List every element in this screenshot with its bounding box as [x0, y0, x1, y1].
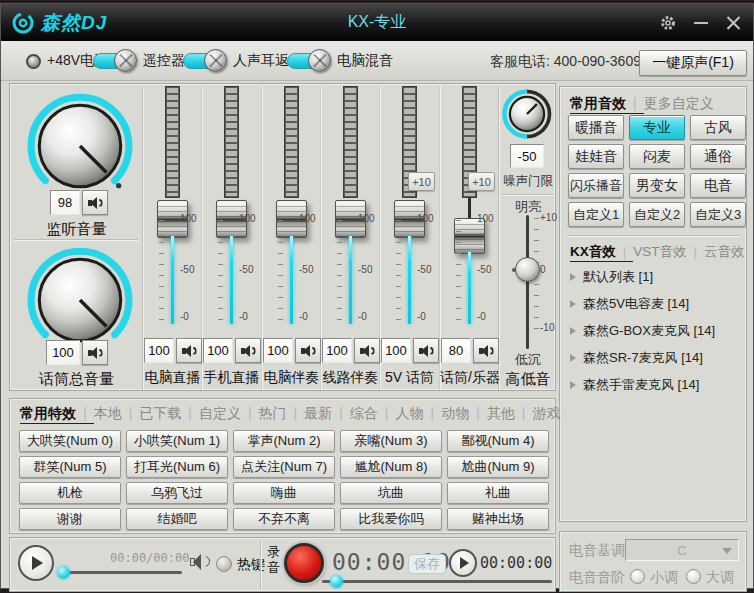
- channel-value[interactable]: 100: [144, 338, 174, 363]
- bypass-button[interactable]: 一键原声(F1): [639, 50, 747, 76]
- fader-track[interactable]: [290, 236, 293, 324]
- sfx-button[interactable]: 亲嘴(Num 3): [340, 430, 442, 452]
- fader-track[interactable]: [349, 236, 352, 324]
- effect-list-item[interactable]: 森然手雷麦克风 [14]: [570, 376, 699, 394]
- tab-people[interactable]: 人物: [395, 405, 441, 421]
- sfx-button[interactable]: 坑曲: [340, 482, 442, 504]
- preset-electronic[interactable]: 电音: [690, 173, 746, 198]
- sfx-button[interactable]: 尬曲(Num 9): [447, 456, 549, 478]
- sfx-button[interactable]: 谢谢: [19, 508, 121, 530]
- pc-mix-toggle[interactable]: 电脑混音: [287, 41, 393, 81]
- preset-custom-2[interactable]: 自定义2: [629, 202, 685, 227]
- tone-slider-knob[interactable]: [515, 257, 540, 282]
- sfx-button[interactable]: 掌声(Num 2): [233, 430, 335, 452]
- sfx-button[interactable]: 小哄笑(Num 1): [126, 430, 228, 452]
- preset-warm[interactable]: 暖播音: [568, 115, 624, 140]
- plus10-button[interactable]: +10: [468, 172, 495, 191]
- monitor-ear-toggle[interactable]: 人声耳返: [183, 41, 289, 81]
- remote-toggle[interactable]: 遥控器: [93, 41, 185, 81]
- record-play-button[interactable]: [449, 549, 477, 577]
- fader-track[interactable]: [230, 236, 233, 324]
- record-button[interactable]: [284, 543, 324, 583]
- volume-icon[interactable]: [190, 554, 210, 570]
- mic-master-volume-value[interactable]: 100: [46, 340, 80, 365]
- player-progress-bar[interactable]: [60, 571, 182, 574]
- tab-common-effects[interactable]: 常用特效: [20, 405, 94, 424]
- channel-value[interactable]: 100: [381, 338, 411, 363]
- effect-list-item[interactable]: 森然G-BOX麦克风 [14]: [570, 322, 715, 340]
- effect-list-item[interactable]: 森然5V电容麦 [14]: [570, 295, 689, 313]
- channel-value[interactable]: 100: [263, 338, 293, 363]
- monitor-volume-value[interactable]: 98: [50, 190, 80, 215]
- channel-mute-button[interactable]: [473, 338, 499, 363]
- sfx-button[interactable]: 结婚吧: [126, 508, 228, 530]
- sfx-button[interactable]: 鄙视(Num 4): [447, 430, 549, 452]
- channel-value[interactable]: 80: [441, 338, 471, 363]
- channel-mute-button[interactable]: [176, 338, 202, 363]
- preset-custom-3[interactable]: 自定义3: [690, 202, 746, 227]
- mic-master-volume-knob[interactable]: [24, 244, 136, 356]
- fader-track[interactable]: [171, 236, 174, 324]
- tab-common-voice-effects[interactable]: 常用音效: [570, 95, 644, 114]
- phantom-power-indicator[interactable]: [26, 54, 41, 69]
- sfx-button[interactable]: 点关注(Num 7): [233, 456, 335, 478]
- more-custom-link[interactable]: 更多自定义: [644, 95, 714, 111]
- save-button[interactable]: 保存: [408, 554, 446, 574]
- sfx-button[interactable]: 嗨曲: [233, 482, 335, 504]
- effect-list-item[interactable]: 森然SR-7麦克风 [14]: [570, 349, 703, 367]
- sfx-button[interactable]: 赌神出场: [447, 508, 549, 530]
- preset-custom-1[interactable]: 自定义1: [568, 202, 624, 227]
- tab-animal[interactable]: 动物: [441, 405, 487, 421]
- sfx-button[interactable]: 打耳光(Num 6): [126, 456, 228, 478]
- close-icon[interactable]: [726, 15, 741, 30]
- preset-muffled[interactable]: 闷麦: [629, 144, 685, 169]
- expand-arrow-icon[interactable]: [570, 381, 576, 389]
- preset-flash-broadcast[interactable]: 闪乐播音: [568, 173, 624, 198]
- record-progress-bar[interactable]: [322, 580, 552, 583]
- tab-local[interactable]: 本地: [94, 405, 140, 421]
- fader-track[interactable]: [468, 252, 471, 324]
- channel-mute-button[interactable]: [354, 338, 380, 363]
- noise-gate-knob[interactable]: [500, 87, 554, 141]
- tab-other[interactable]: 其他: [487, 405, 533, 421]
- electro-key-dropdown[interactable]: C: [625, 539, 739, 561]
- tab-custom[interactable]: 自定义: [199, 405, 259, 421]
- tab-cloud-effects[interactable]: 云音效: [704, 244, 745, 259]
- play-button[interactable]: [18, 545, 54, 581]
- preset-pop[interactable]: 通俗: [690, 144, 746, 169]
- sfx-button[interactable]: 尴尬(Num 8): [340, 456, 442, 478]
- sfx-button[interactable]: 大哄笑(Num 0): [19, 430, 121, 452]
- tab-kx-effects[interactable]: KX音效: [570, 244, 633, 262]
- effect-list-item[interactable]: 默认列表 [1]: [570, 268, 653, 286]
- tab-newest[interactable]: 最新: [304, 405, 350, 421]
- channel-mute-button[interactable]: [235, 338, 261, 363]
- sfx-button[interactable]: 乌鸦飞过: [126, 482, 228, 504]
- hotkey-toggle[interactable]: [216, 556, 232, 572]
- settings-icon[interactable]: [660, 15, 676, 31]
- sfx-button[interactable]: 不弃不离: [233, 508, 335, 530]
- toggle-switch[interactable]: [183, 52, 227, 70]
- channel-mute-button[interactable]: [413, 338, 439, 363]
- tone-slider-track[interactable]: [526, 215, 529, 349]
- tab-vst-effects[interactable]: VST音效: [633, 244, 704, 259]
- sfx-button[interactable]: 比我爱你吗: [340, 508, 442, 530]
- preset-male-to-female[interactable]: 男变女: [629, 173, 685, 198]
- sfx-button[interactable]: 机枪: [19, 482, 121, 504]
- expand-arrow-icon[interactable]: [570, 273, 576, 281]
- preset-ancient[interactable]: 古风: [690, 115, 746, 140]
- fader-track[interactable]: [408, 236, 411, 324]
- sfx-button[interactable]: 群笑(Num 5): [19, 456, 121, 478]
- minimize-icon[interactable]: [694, 22, 708, 24]
- expand-arrow-icon[interactable]: [570, 354, 576, 362]
- sfx-button[interactable]: 礼曲: [447, 482, 549, 504]
- toggle-switch[interactable]: [93, 52, 137, 70]
- tab-downloaded[interactable]: 已下载: [139, 405, 199, 421]
- expand-arrow-icon[interactable]: [570, 300, 576, 308]
- mic-master-mute-button[interactable]: [82, 340, 108, 365]
- major-radio[interactable]: [686, 569, 701, 584]
- expand-arrow-icon[interactable]: [570, 327, 576, 335]
- tab-hot[interactable]: 热门: [259, 405, 305, 421]
- player-progress-thumb[interactable]: [57, 566, 70, 579]
- monitor-volume-knob[interactable]: [24, 90, 136, 202]
- channel-value[interactable]: 100: [203, 338, 233, 363]
